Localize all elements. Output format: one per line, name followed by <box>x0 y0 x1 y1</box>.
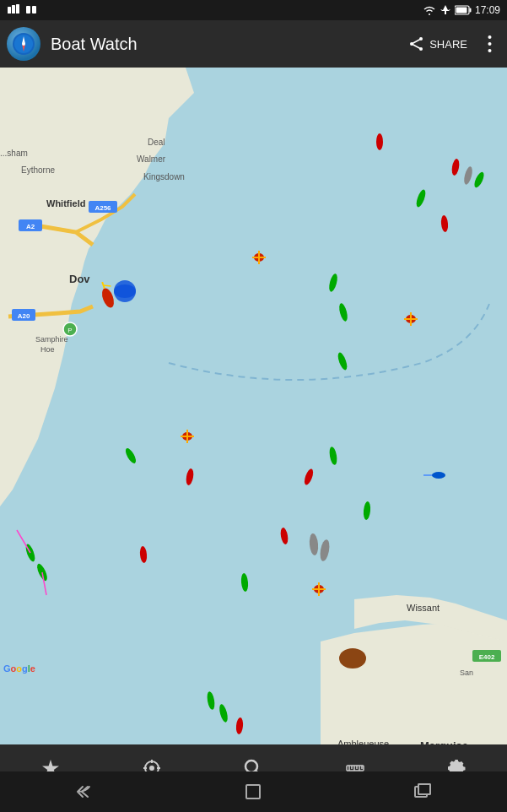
svg-text:E402: E402 <box>479 653 495 661</box>
svg-rect-1 <box>12 5 15 14</box>
svg-text:A2: A2 <box>26 223 35 230</box>
svg-text:Walmer: Walmer <box>137 154 166 164</box>
svg-point-10 <box>22 42 25 46</box>
svg-point-97 <box>245 761 257 772</box>
svg-rect-4 <box>32 6 36 14</box>
svg-rect-7 <box>456 8 467 14</box>
svg-text:Whitfield: Whitfield <box>46 198 85 208</box>
svg-text:Eythorne: Eythorne <box>21 165 55 175</box>
svg-text:Hoe: Hoe <box>40 345 55 354</box>
svg-line-15 <box>412 44 421 49</box>
svg-point-49 <box>339 648 366 669</box>
back-button[interactable] <box>59 775 110 809</box>
svg-text:Kingsdown: Kingsdown <box>143 172 185 181</box>
svg-rect-108 <box>418 784 430 794</box>
svg-text:A256: A256 <box>94 204 111 212</box>
svg-text:A20: A20 <box>18 312 30 320</box>
svg-point-82 <box>432 472 445 479</box>
svg-text:P: P <box>67 327 72 334</box>
svg-text:...sham: ...sham <box>0 149 28 158</box>
svg-text:Wissant: Wissant <box>407 603 440 613</box>
status-bar: 17:09 <box>0 0 507 20</box>
app-title: Boat Watch <box>51 35 401 54</box>
more-button[interactable] <box>479 28 500 60</box>
share-button[interactable]: SHARE <box>401 30 476 58</box>
svg-text:Dov: Dov <box>69 273 90 285</box>
status-icons-right: 17:09 <box>423 4 500 16</box>
svg-point-16 <box>488 35 492 39</box>
recents-button[interactable] <box>397 775 448 809</box>
share-label: SHARE <box>429 38 467 51</box>
app-bar: Boat Watch SHARE <box>0 20 507 68</box>
google-logo: Google <box>3 663 35 674</box>
home-button[interactable] <box>228 775 278 809</box>
svg-line-14 <box>412 39 421 44</box>
svg-point-88 <box>376 133 383 150</box>
svg-point-92 <box>150 766 154 770</box>
status-icons-left <box>7 4 37 16</box>
svg-rect-106 <box>246 785 260 798</box>
svg-text:Ambleueuse: Ambleueuse <box>337 739 389 744</box>
svg-rect-2 <box>16 4 19 14</box>
svg-point-45 <box>114 280 136 302</box>
status-time: 17:09 <box>475 4 500 16</box>
svg-text:Samphire: Samphire <box>35 335 68 344</box>
map-container[interactable]: A2 A256 A20 E402 Eythorne Deal Walmer Ki… <box>0 68 507 744</box>
app-bar-actions: SHARE <box>401 28 500 60</box>
svg-point-17 <box>488 42 492 46</box>
svg-rect-6 <box>469 8 471 13</box>
svg-rect-3 <box>26 6 30 14</box>
svg-point-18 <box>488 49 492 52</box>
nav-bar <box>0 771 507 812</box>
svg-rect-0 <box>8 7 11 14</box>
svg-text:Deal: Deal <box>148 138 165 147</box>
svg-text:San: San <box>460 669 473 677</box>
app-logo <box>7 27 40 61</box>
